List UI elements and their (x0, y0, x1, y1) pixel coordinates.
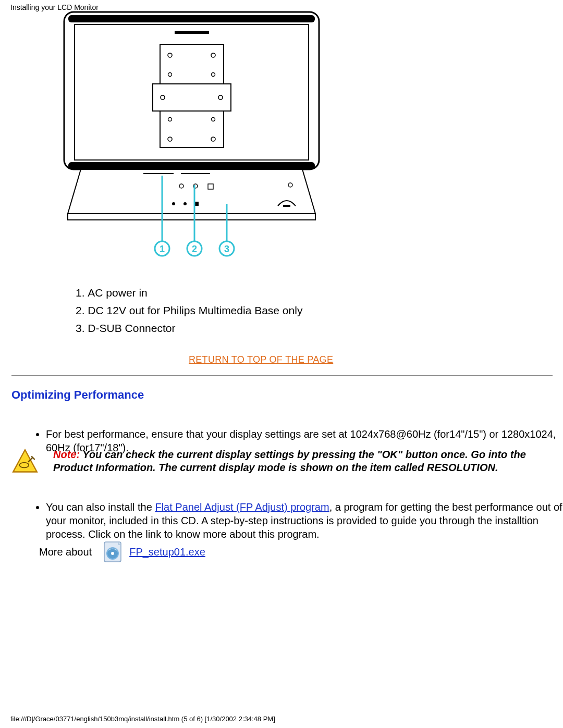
svg-point-22 (172, 202, 175, 205)
fp-adjust-link[interactable]: Flat Panel Adjust (FP Adjust) program (155, 501, 329, 513)
cd-icon (102, 541, 123, 563)
svg-point-10 (212, 73, 215, 77)
section-heading-optimizing: Optimizing Performance (11, 388, 144, 402)
callout-1: 1 (160, 244, 165, 254)
return-to-top-link[interactable]: RETURN TO TOP OF THE PAGE (189, 354, 333, 365)
more-about-label: More about (39, 546, 92, 558)
svg-rect-4 (175, 31, 209, 34)
note-label: Note: (53, 449, 80, 460)
page-footer-path: file:///D|/Grace/03771/english/150b3mq/i… (10, 715, 275, 723)
monitor-rear-diagram: 1 2 3 (60, 8, 323, 257)
svg-point-12 (218, 95, 223, 100)
note-row: Note: You can check the current display … (11, 448, 552, 477)
more-about-row: More about FP_setup01.exe (39, 541, 205, 563)
legend-item-3: D-SUB Connector (76, 319, 302, 337)
perf-bullet-2: You can also install the Flat Panel Adju… (46, 500, 563, 541)
warning-icon (11, 448, 39, 477)
svg-rect-2 (68, 162, 315, 169)
note-text: Note: You can check the current display … (53, 448, 552, 474)
fp-setup-link[interactable]: FP_setup01.exe (129, 546, 205, 558)
svg-point-23 (183, 202, 187, 205)
note-body: You can check the current display settin… (53, 449, 526, 473)
svg-rect-26 (283, 205, 290, 207)
bullet2-pre: You can also install the (46, 501, 155, 513)
callout-3: 3 (224, 244, 229, 254)
svg-point-15 (168, 137, 172, 141)
svg-point-14 (212, 118, 215, 121)
svg-point-8 (211, 53, 215, 57)
svg-point-9 (168, 73, 172, 77)
svg-point-16 (211, 137, 215, 141)
legend-item-2: DC 12V out for Philips Multimedia Base o… (76, 302, 302, 319)
connector-legend: AC power in DC 12V out for Philips Multi… (76, 284, 302, 337)
legend-item-1: AC power in (76, 284, 302, 302)
svg-rect-1 (68, 15, 315, 22)
svg-point-39 (111, 552, 114, 555)
svg-point-11 (161, 95, 165, 100)
divider (11, 375, 553, 376)
callout-2: 2 (192, 244, 197, 254)
svg-point-7 (168, 53, 172, 57)
svg-point-13 (168, 118, 172, 121)
